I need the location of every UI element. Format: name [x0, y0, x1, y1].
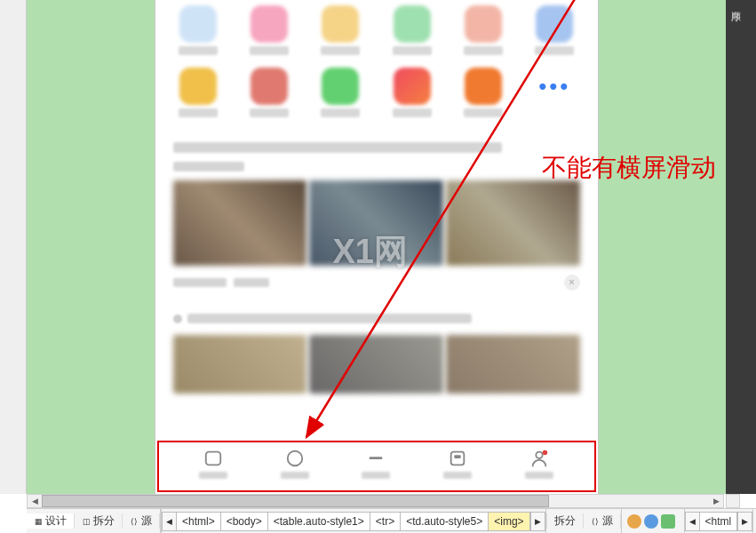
crumb-left-arrow[interactable]: ◀ — [685, 512, 700, 531]
app-item[interactable] — [529, 5, 579, 55]
app-item[interactable] — [386, 68, 436, 117]
source-icon: ⟨⟩ — [591, 517, 600, 526]
feed-image[interactable] — [446, 335, 580, 394]
tab-source[interactable]: ⟨⟩源 — [123, 513, 160, 529]
svg-point-5 — [536, 452, 542, 458]
tab-label: 设计 — [45, 513, 67, 529]
phone-preview: ••• × — [155, 0, 599, 494]
scroll-corner — [726, 494, 740, 508]
status-bar: ▦设计 ◫拆分 ⟨⟩源 ◀ <html> <body> <table.auto-… — [27, 508, 756, 533]
svg-rect-2 — [370, 457, 383, 459]
tab-split[interactable]: ◫拆分 — [75, 513, 123, 529]
nav-icon — [529, 449, 550, 468]
more-icon: ••• — [536, 68, 573, 105]
bottom-nav — [173, 439, 580, 489]
nav-item[interactable] — [173, 439, 255, 489]
source-icon: ⟨⟩ — [130, 517, 139, 526]
svg-point-1 — [288, 451, 303, 466]
nav-item[interactable] — [336, 439, 418, 489]
breadcrumb-item[interactable]: <td.auto-style5> — [400, 512, 489, 531]
app-item[interactable] — [386, 5, 436, 55]
feed-image[interactable] — [446, 180, 580, 266]
app-item-more[interactable]: ••• — [529, 68, 579, 117]
app-item[interactable] — [458, 68, 508, 117]
workspace: ••• × — [0, 0, 756, 533]
right-view-tabs: 拆分 ⟨⟩源 — [546, 509, 622, 533]
tab-split-right[interactable]: 拆分 — [546, 513, 584, 529]
split-icon: ◫ — [82, 517, 91, 526]
breadcrumb-item[interactable]: <html — [699, 512, 738, 531]
nav-item[interactable] — [498, 439, 580, 489]
breadcrumb-item[interactable]: <body> — [220, 512, 268, 531]
feed-image[interactable] — [309, 335, 443, 394]
feed-section-header — [155, 294, 598, 330]
tool-icon[interactable] — [627, 514, 641, 529]
nav-icon — [284, 449, 306, 468]
crumb-left-arrow[interactable]: ◀ — [162, 512, 177, 531]
nav-icon — [365, 449, 386, 468]
breadcrumb-item[interactable]: <html> — [176, 512, 221, 531]
breadcrumb-item[interactable]: <tr> — [370, 512, 401, 531]
feed-image[interactable] — [173, 335, 307, 394]
scroll-track[interactable] — [42, 495, 709, 507]
svg-rect-4 — [454, 455, 460, 458]
breadcrumb-item[interactable]: <table.auto-style1> — [267, 512, 370, 531]
feed-image[interactable] — [309, 180, 443, 266]
nav-item[interactable] — [417, 439, 498, 489]
left-ruler-strip — [0, 0, 27, 494]
svg-point-6 — [542, 450, 547, 455]
view-tabs: ▦设计 ◫拆分 ⟨⟩源 — [27, 509, 161, 533]
tab-label: 源 — [141, 513, 152, 529]
tab-design[interactable]: ▦设计 — [27, 513, 75, 529]
tab-label: 拆分 — [93, 513, 115, 529]
nav-icon — [203, 449, 224, 468]
tab-label: 拆分 — [554, 513, 576, 529]
close-icon[interactable]: × — [564, 274, 580, 290]
tool-icon[interactable] — [661, 514, 675, 529]
app-item[interactable] — [315, 68, 365, 117]
scroll-left-arrow[interactable]: ◀ — [28, 495, 42, 507]
svg-rect-0 — [206, 452, 221, 465]
design-canvas: ••• × — [27, 0, 726, 494]
right-sidebar[interactable]: 顺序 — [726, 0, 756, 494]
feed-image-row — [155, 330, 598, 399]
breadcrumb-item-selected[interactable]: <img> — [488, 512, 529, 531]
feed-image[interactable] — [173, 180, 307, 266]
app-item[interactable] — [244, 68, 294, 117]
scroll-thumb[interactable] — [42, 495, 549, 507]
feed-image-row — [155, 175, 598, 271]
breadcrumb-nav-right: ◀ <html ▶ — [684, 509, 754, 533]
breadcrumb-nav: ◀ <html> <body> <table.auto-style1> <tr>… — [161, 509, 546, 533]
scroll-right-arrow[interactable]: ▶ — [709, 495, 723, 507]
status-tool-icons — [622, 514, 680, 529]
feed-meta: × — [155, 271, 598, 294]
app-item[interactable] — [458, 5, 508, 55]
design-icon: ▦ — [34, 517, 43, 526]
app-item[interactable] — [244, 5, 294, 55]
app-item[interactable] — [173, 5, 223, 55]
feed-section-header — [155, 121, 598, 175]
horizontal-scrollbar[interactable]: ◀ ▶ — [27, 494, 724, 508]
nav-icon — [447, 449, 468, 468]
tool-icon[interactable] — [644, 514, 658, 529]
nav-item[interactable] — [254, 439, 336, 489]
crumb-right-arrow[interactable]: ▶ — [530, 512, 545, 531]
sidebar-label: 顺序 — [726, 0, 746, 7]
app-item[interactable] — [315, 5, 365, 55]
tab-label: 源 — [602, 513, 613, 529]
crumb-right-arrow[interactable]: ▶ — [737, 512, 752, 531]
app-item[interactable] — [173, 68, 223, 117]
tab-source-right[interactable]: ⟨⟩源 — [584, 513, 621, 529]
app-grid: ••• — [155, 0, 598, 121]
